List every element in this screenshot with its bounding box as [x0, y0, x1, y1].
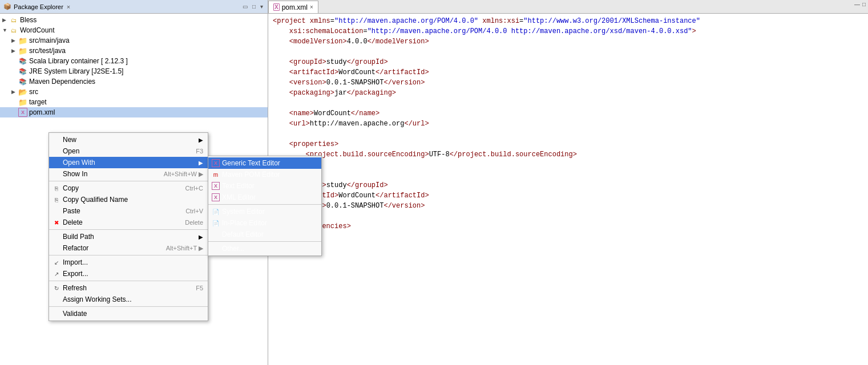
panel-header: 📦 Package Explorer × ▭ □ ▾ [0, 0, 268, 14]
menu-label-copy-qualified: Copy Qualified Name [63, 196, 203, 204]
arrow-src-main [11, 38, 18, 43]
panel-header-left: 📦 Package Explorer × [3, 3, 70, 10]
panel-close-icon[interactable]: × [67, 3, 70, 10]
menu-label-refactor: Refactor [63, 244, 152, 252]
tree-item-src-test[interactable]: 📁 src/test/java [0, 46, 268, 56]
menu-shortcut-open: F3 [196, 148, 203, 155]
menu-label-open-with: Open With [63, 159, 194, 167]
arrow-src [11, 89, 18, 95]
project-icon-bless: 🗂 [9, 15, 18, 25]
menu-arrow-new: ▶ [199, 137, 203, 143]
maximize-icon[interactable]: □ [251, 3, 257, 10]
copy-icon: ⎘ [53, 184, 60, 192]
system-editor-icon: 📄 [212, 208, 220, 216]
panel-header-icons: ▭ □ ▾ [241, 3, 264, 10]
submenu-item-inplace-editor[interactable]: 📄 In-Place Editor [208, 217, 321, 229]
label-pom-xml: pom.xml [29, 108, 55, 116]
menu-item-delete[interactable]: ✖ Delete Delete [49, 217, 208, 228]
arrow-bless [2, 17, 9, 23]
editor-maximize-icon[interactable]: □ [862, 1, 866, 7]
tab-xml-icon: X [273, 3, 280, 11]
arrow-src-test [11, 48, 18, 54]
menu-item-validate[interactable]: Validate [49, 308, 208, 319]
submenu-item-text-editor[interactable]: X Text Editor [208, 180, 321, 192]
submenu-item-other[interactable]: Other... [208, 243, 321, 254]
menu-sep-3 [49, 255, 208, 256]
menu-label-import: Import... [63, 258, 203, 266]
menu-label-build-path: Build Path [63, 233, 194, 241]
submenu-item-maven-pom[interactable]: m Maven POM Editor [208, 169, 321, 180]
menu-item-open[interactable]: Open F3 [49, 145, 208, 157]
menu-item-assign-working-sets[interactable]: Assign Working Sets... [49, 294, 208, 305]
editor-minimize-icon[interactable]: — [854, 1, 860, 7]
menu-item-copy[interactable]: ⎘ Copy Ctrl+C [49, 182, 208, 194]
maven-pom-icon: m [212, 171, 220, 179]
xml-editor-icon: X [212, 193, 220, 201]
submenu-item-xml-editor[interactable]: X XML Editor [208, 192, 321, 203]
delete-icon: ✖ [53, 218, 60, 226]
submenu-sep-2 [208, 241, 321, 242]
label-target: target [29, 98, 47, 106]
copy-qualified-icon: ⎘ [53, 196, 60, 204]
tree-item-pom-xml[interactable]: X pom.xml [0, 107, 268, 117]
menu-arrow-build-path: ▶ [199, 234, 203, 240]
menu-item-refresh[interactable]: ↻ Refresh F5 [49, 282, 208, 294]
tree-item-jre-lib[interactable]: 📚 JRE System Library [J2SE-1.5] [0, 66, 268, 76]
minimize-icon[interactable]: ▭ [241, 3, 249, 10]
label-wordcount: WordCount [20, 26, 54, 34]
menu-label-delete: Delete [63, 218, 171, 226]
menu-shortcut-show-in: Alt+Shift+W ▶ [164, 171, 203, 178]
tree-item-maven-deps[interactable]: 📚 Maven Dependencies [0, 76, 268, 87]
tree-item-src[interactable]: 📂 src [0, 87, 268, 97]
menu-label-copy: Copy [63, 184, 172, 192]
menu-shortcut-copy: Ctrl+C [185, 185, 203, 192]
menu-label-validate: Validate [63, 310, 203, 318]
export-icon: ↗ [53, 270, 60, 278]
editor-content: <project xmlns="http://maven.apache.org/… [268, 14, 868, 365]
menu-sep-4 [49, 281, 208, 281]
menu-item-new[interactable]: New ▶ [49, 134, 208, 145]
tab-label-pom-xml: pom.xml [282, 3, 308, 11]
menu-label-paste: Paste [63, 207, 172, 215]
menu-item-paste[interactable]: Paste Ctrl+V [49, 205, 208, 217]
menu-item-import[interactable]: ↙ Import... [49, 257, 208, 268]
panel-title: Package Explorer [14, 3, 63, 10]
menu-sep-5 [49, 306, 208, 307]
tree-item-target[interactable]: 📁 target [0, 97, 268, 107]
tab-close-icon[interactable]: × [310, 4, 313, 10]
menu-shortcut-refactor: Alt+Shift+T ▶ [166, 245, 203, 252]
editor-tab-pom-xml[interactable]: X pom.xml × [268, 1, 318, 13]
lib-icon-jre: 📚 [18, 67, 27, 76]
menu-sep-2 [49, 229, 208, 230]
tree-item-bless[interactable]: 🗂 Bless [0, 15, 268, 25]
tree-item-scala-lib[interactable]: 📚 Scala Library container [ 2.12.3 ] [0, 56, 268, 66]
menu-item-refactor[interactable]: Refactor Alt+Shift+T ▶ [49, 242, 208, 254]
tree-item-wordcount[interactable]: 🗂 WordCount [0, 25, 268, 35]
menu-item-build-path[interactable]: Build Path ▶ [49, 231, 208, 242]
tree-item-src-main[interactable]: 📁 src/main/java [0, 35, 268, 46]
folder-icon-target: 📁 [18, 98, 27, 107]
label-src: src [29, 88, 38, 96]
menu-shortcut-delete: Delete [185, 219, 203, 226]
editor-tab-bar: X pom.xml × — □ [268, 0, 868, 14]
project-icon-wordcount: 🗂 [9, 26, 18, 35]
menu-item-show-in[interactable]: Show In Alt+Shift+W ▶ [49, 168, 208, 180]
submenu-label-maven-pom: Maven POM Editor [222, 171, 317, 179]
submenu-item-default-editor[interactable]: Default Editor [208, 229, 321, 240]
submenu-item-generic-text[interactable]: X Generic Text Editor [208, 157, 321, 169]
menu-label-open: Open [63, 147, 182, 155]
menu-item-export[interactable]: ↗ Export... [49, 268, 208, 279]
import-icon: ↙ [53, 258, 60, 266]
submenu-label-xml-editor: XML Editor [222, 193, 317, 201]
label-scala-lib: Scala Library container [ 2.12.3 ] [29, 57, 128, 65]
label-maven-deps: Maven Dependencies [29, 78, 95, 86]
view-menu-icon[interactable]: ▾ [259, 3, 264, 10]
submenu-item-system-editor[interactable]: 📄 System Editor [208, 206, 321, 217]
label-bless: Bless [20, 16, 37, 24]
menu-item-open-with[interactable]: Open With ▶ X Generic Text Editor m Mave… [49, 157, 208, 168]
generic-text-icon: X [212, 159, 220, 167]
menu-item-copy-qualified[interactable]: ⎘ Copy Qualified Name [49, 194, 208, 205]
refresh-icon: ↻ [53, 284, 60, 292]
menu-label-show-in: Show In [63, 170, 150, 178]
package-explorer-icon: 📦 [3, 3, 11, 10]
